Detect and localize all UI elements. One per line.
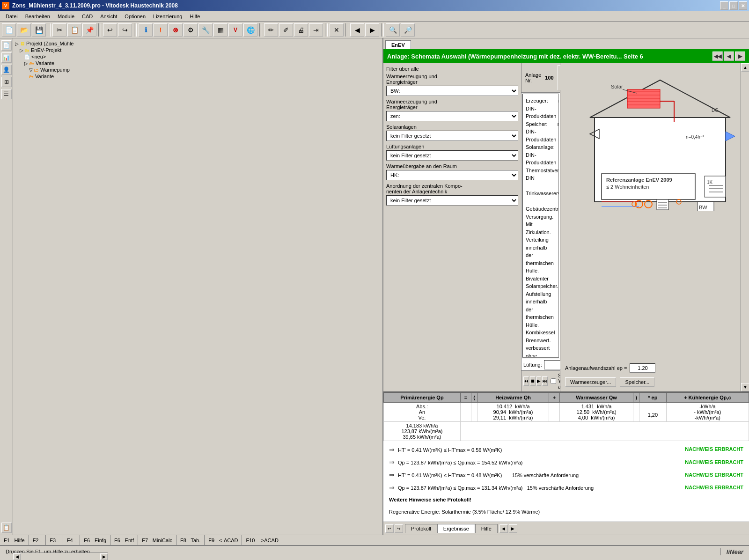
scroll-up-btn[interactable]: ▲	[741, 63, 749, 72]
warning-button[interactable]: !	[154, 23, 168, 37]
status-f1[interactable]: F1 - Hilfe	[0, 535, 29, 545]
filter-label: Filter über alle	[386, 66, 518, 72]
tab-scroll-left[interactable]: ◀	[499, 524, 508, 533]
svg-rect-30	[657, 199, 668, 210]
next-button[interactable]: ▶	[365, 23, 379, 37]
svg-text:DC: DC	[712, 108, 718, 113]
nav-back[interactable]: ◀	[724, 52, 734, 61]
label-anord: Anordnung der zentralen Kompo-nenten der…	[386, 183, 518, 194]
play-prev-btn[interactable]: ⏹	[530, 376, 536, 386]
open-button[interactable]: 📂	[17, 23, 31, 37]
zoom-button[interactable]: 🔍	[386, 23, 400, 37]
select-waerm1[interactable]: BW:	[386, 86, 518, 96]
menu-ansicht[interactable]: Ansicht	[96, 13, 121, 20]
status-f2[interactable]: F2 -	[29, 535, 46, 545]
minimize-button[interactable]: _	[720, 1, 728, 10]
error-button[interactable]: ⊗	[169, 23, 183, 37]
pen-button[interactable]: ✏	[264, 23, 278, 37]
main-panel: Filter über alle Wärmeerzeugung undEnerg…	[383, 63, 749, 391]
new-button[interactable]: 📄	[2, 23, 16, 37]
status-f6einfg[interactable]: F6 - Einfg	[80, 535, 110, 545]
tab-enev[interactable]: EnEV	[385, 40, 411, 49]
undo-nav-btn[interactable]: ↩	[385, 524, 394, 533]
tree-item-neu[interactable]: 📄 <neu>	[24, 53, 381, 60]
copy-button[interactable]: 📋	[67, 23, 81, 37]
toolbar-sep6	[345, 23, 348, 37]
menu-cad[interactable]: CAD	[78, 13, 96, 20]
sidebar-icon-bottom[interactable]: 📋	[1, 523, 12, 533]
status-f6entf[interactable]: F6 - Entf	[110, 535, 138, 545]
status-f9[interactable]: F9 - <-ACAD	[205, 535, 242, 545]
save-button[interactable]: 💾	[32, 23, 46, 37]
info-button[interactable]: ℹ	[139, 23, 153, 37]
select-luft[interactable]: kein Filter gesetzt	[386, 150, 518, 161]
title-text: Zons_Mühlenstr_4_3.11.2009.pro - Vitodes…	[12, 2, 178, 9]
tree-item-variante1[interactable]: ▷ 🗁 Variante	[24, 60, 381, 66]
select-solar[interactable]: kein Filter gesetzt	[386, 131, 518, 141]
status-f10[interactable]: F10 - ->ACAD	[242, 535, 282, 545]
tree-item-variante2[interactable]: 🗁 Variante	[29, 73, 381, 80]
print-button[interactable]: 🖨	[294, 23, 308, 37]
tab-protokoll[interactable]: Protokoll	[405, 524, 437, 533]
pencil-button[interactable]: ✐	[279, 23, 293, 37]
menu-optionen[interactable]: Optionen	[121, 13, 149, 20]
zoom2-button[interactable]: 🔎	[401, 23, 415, 37]
tree-item-waerme[interactable]: ▽ 🗁 Wärmepump	[29, 66, 381, 73]
nav-forward[interactable]: ▶	[735, 52, 745, 61]
paste-button[interactable]: 📌	[82, 23, 96, 37]
play-first-btn[interactable]: ⏮	[523, 376, 529, 386]
sidebar-icon-person[interactable]: 👤	[1, 65, 12, 75]
scroll-down-btn[interactable]: ▼	[741, 383, 749, 391]
status-f8[interactable]: F8 - Tab.	[176, 535, 205, 545]
tree-item-root[interactable]: ▷ 🖥 Projekt (Zons_Mühle	[15, 40, 381, 47]
menu-lizenzierung[interactable]: Lizenzierung	[149, 13, 186, 20]
grid-button[interactable]: ▦	[213, 23, 228, 37]
sidebar-icon-list[interactable]: ☰	[1, 89, 12, 99]
redo-button[interactable]: ↪	[118, 23, 132, 37]
tab-scroll-right[interactable]: ▶	[509, 524, 517, 533]
undo-button[interactable]: ↩	[103, 23, 117, 37]
text-trink: Trinkwassererwärmung:	[526, 190, 556, 198]
right-scrollbar[interactable]: ▲ ▼	[741, 63, 749, 391]
tab-ergebnisse[interactable]: Ergebnisse	[437, 524, 475, 533]
settings-button[interactable]: ⚙	[184, 23, 198, 37]
tab-hilfe[interactable]: Hilfe	[475, 524, 498, 533]
menu-datei[interactable]: Datei	[2, 13, 22, 20]
select-waermu[interactable]: HK:	[386, 170, 518, 180]
speicher-btn[interactable]: Speicher...	[620, 377, 654, 387]
play-next-btn[interactable]: ▶	[536, 376, 541, 386]
ep-input[interactable]	[630, 363, 655, 373]
menu-bearbeiten[interactable]: Bearbeiten	[22, 13, 54, 20]
play-last-btn[interactable]: ⏭	[542, 376, 548, 386]
redo-nav-btn[interactable]: ↪	[395, 524, 403, 533]
prev-button[interactable]: ◀	[350, 23, 364, 37]
nav-back-back[interactable]: ◀◀	[712, 52, 723, 61]
export-button[interactable]: ⇥	[309, 23, 323, 37]
menu-hilfe[interactable]: Hilfe	[186, 13, 204, 20]
sidebar-icon-table[interactable]: ⊞	[1, 77, 12, 87]
tree-variante2-label: Variante	[35, 74, 54, 79]
anlage-nr-value: 100	[545, 75, 553, 81]
delete-button[interactable]: ✕	[330, 23, 344, 37]
page-header: Anlage: Schemata Auswahl (Wärmepumpenhei…	[383, 49, 749, 63]
cut-button[interactable]: ✂	[52, 23, 66, 37]
logo-button[interactable]: V	[228, 23, 242, 37]
globe-button[interactable]: 🌐	[243, 23, 257, 37]
maximize-button[interactable]: □	[729, 1, 738, 10]
close-button[interactable]: ✕	[739, 1, 747, 10]
sidebar-icon-doc[interactable]: 📄	[1, 40, 12, 51]
sort-checkbox[interactable]	[551, 378, 556, 384]
footer-linear: liNear	[720, 548, 749, 555]
status-f7[interactable]: F7 - MiniCalc	[138, 535, 176, 545]
select-anord[interactable]: kein Filter gesetzt	[386, 195, 518, 206]
bold-line: Weitere Hinweise siehe Protokoll!	[389, 495, 743, 505]
tools-button[interactable]: 🔧	[198, 23, 213, 37]
sidebar-icon-chart[interactable]: 📊	[1, 52, 12, 63]
tree-item-enev[interactable]: ▷ 🗁 EnEV-Projekt	[20, 47, 381, 53]
app-icon: V	[2, 2, 9, 9]
select-waerm2[interactable]: zen:	[386, 111, 518, 121]
status-f4[interactable]: F4 -	[63, 535, 81, 545]
status-f3[interactable]: F3 -	[46, 535, 63, 545]
menu-module[interactable]: Module	[54, 13, 78, 20]
waermeerzeuger-btn[interactable]: Wärmeerzeuger...	[565, 377, 616, 387]
